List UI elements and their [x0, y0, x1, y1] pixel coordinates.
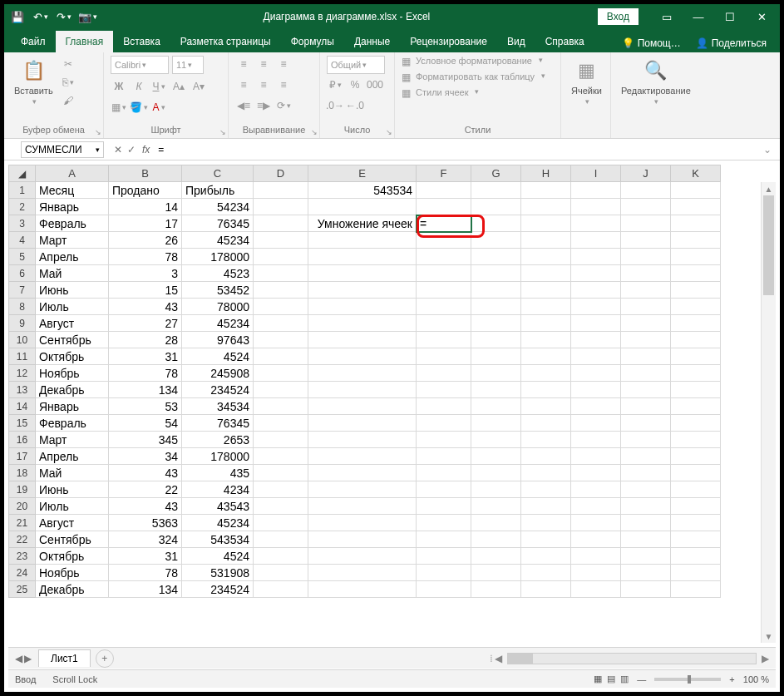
cell-styles-button[interactable]: ▦ Стили ячеек▾ — [402, 87, 479, 99]
tab-home[interactable]: Главная — [56, 31, 114, 52]
sheet-tab-1[interactable]: Лист1 — [38, 649, 91, 667]
cell-J25[interactable] — [621, 581, 671, 598]
cell-F14[interactable] — [417, 398, 471, 415]
cell-E25[interactable] — [308, 581, 417, 598]
cell-F1[interactable] — [417, 182, 471, 199]
cell-E12[interactable] — [308, 365, 417, 382]
cell-I4[interactable] — [571, 232, 621, 249]
cell-E20[interactable] — [308, 498, 417, 515]
cell-H2[interactable] — [521, 199, 571, 215]
cell-B1[interactable]: Продано — [109, 182, 182, 199]
cell-F8[interactable] — [417, 299, 471, 315]
cell-E4[interactable] — [308, 232, 417, 249]
cell-I15[interactable] — [571, 415, 621, 432]
scroll-right-icon[interactable]: ▶ — [762, 653, 769, 664]
cell-H11[interactable] — [521, 348, 571, 365]
cell-D5[interactable] — [254, 249, 308, 265]
cell-H13[interactable] — [521, 382, 571, 398]
cell-D14[interactable] — [254, 398, 308, 415]
cell-H9[interactable] — [521, 315, 571, 332]
cell-I12[interactable] — [571, 365, 621, 382]
cell-H10[interactable] — [521, 332, 571, 348]
page-layout-view-icon[interactable]: ▤ — [607, 674, 615, 684]
cell-H21[interactable] — [521, 515, 571, 531]
new-sheet-icon[interactable]: + — [96, 649, 114, 668]
tab-formulas[interactable]: Формулы — [281, 31, 344, 52]
select-all[interactable]: ◢ — [9, 165, 36, 182]
scroll-left-icon[interactable]: ◀ — [495, 653, 502, 664]
alignment-dialog-launcher-icon[interactable]: ↘ — [311, 128, 318, 136]
cell-H8[interactable] — [521, 299, 571, 315]
cell-F25[interactable] — [417, 581, 471, 598]
row-header-4[interactable]: 4 — [9, 232, 36, 249]
font-dialog-launcher-icon[interactable]: ↘ — [219, 128, 226, 136]
cell-J24[interactable] — [621, 565, 671, 581]
row-header-15[interactable]: 15 — [9, 415, 36, 432]
expand-formula-bar-icon[interactable]: ⌄ — [755, 144, 780, 155]
cell-G25[interactable] — [471, 581, 521, 598]
cell-I17[interactable] — [571, 448, 621, 465]
cell-K8[interactable] — [671, 299, 721, 315]
cell-A14[interactable]: Январь — [36, 398, 109, 415]
cell-C24[interactable]: 531908 — [182, 565, 254, 581]
cell-I25[interactable] — [571, 581, 621, 598]
cell-J7[interactable] — [621, 282, 671, 299]
cell-F2[interactable] — [417, 199, 471, 215]
cell-B7[interactable]: 15 — [109, 282, 182, 299]
cell-G22[interactable] — [471, 531, 521, 548]
cell-E11[interactable] — [308, 348, 417, 365]
cell-J6[interactable] — [621, 265, 671, 282]
col-header-B[interactable]: B — [109, 165, 182, 182]
cell-A24[interactable]: Ноябрь — [36, 565, 109, 581]
accounting-format-icon[interactable]: ₽▾ — [327, 77, 343, 93]
cell-J11[interactable] — [621, 348, 671, 365]
cell-F21[interactable] — [417, 515, 471, 531]
scroll-up-icon[interactable]: ▲ — [765, 182, 773, 195]
conditional-formatting-button[interactable]: ▦ Условное форматирование▾ — [402, 56, 543, 67]
cell-D24[interactable] — [254, 565, 308, 581]
col-header-E[interactable]: E — [308, 165, 417, 182]
row-header-14[interactable]: 14 — [9, 398, 36, 415]
maximize-icon[interactable]: ☐ — [717, 5, 743, 28]
cell-B12[interactable]: 78 — [109, 365, 182, 382]
cell-K5[interactable] — [671, 249, 721, 265]
col-header-I[interactable]: I — [571, 165, 621, 182]
cell-G16[interactable] — [471, 432, 521, 448]
cell-G10[interactable] — [471, 332, 521, 348]
align-center-icon[interactable]: ≡ — [255, 77, 272, 93]
cell-D11[interactable] — [254, 348, 308, 365]
row-header-6[interactable]: 6 — [9, 265, 36, 282]
cell-F12[interactable] — [417, 365, 471, 382]
cell-G18[interactable] — [471, 465, 521, 481]
cell-H16[interactable] — [521, 432, 571, 448]
cell-B8[interactable]: 43 — [109, 299, 182, 315]
cell-A11[interactable]: Октябрь — [36, 348, 109, 365]
cancel-formula-icon[interactable]: ✕ — [114, 144, 122, 155]
cell-K18[interactable] — [671, 465, 721, 481]
cell-J21[interactable] — [621, 515, 671, 531]
cell-G11[interactable] — [471, 348, 521, 365]
cell-D12[interactable] — [254, 365, 308, 382]
cell-B6[interactable]: 3 — [109, 265, 182, 282]
row-header-25[interactable]: 25 — [9, 581, 36, 598]
cell-I2[interactable] — [571, 199, 621, 215]
cell-J16[interactable] — [621, 432, 671, 448]
share-button[interactable]: 👤 Поделиться — [691, 34, 772, 52]
cell-A19[interactable]: Июнь — [36, 481, 109, 498]
cell-C11[interactable]: 4524 — [182, 348, 254, 365]
cell-A3[interactable]: Февраль — [36, 215, 109, 232]
cell-C4[interactable]: 45234 — [182, 232, 254, 249]
cell-D7[interactable] — [254, 282, 308, 299]
cell-G7[interactable] — [471, 282, 521, 299]
cell-D13[interactable] — [254, 382, 308, 398]
cell-E6[interactable] — [308, 265, 417, 282]
cell-C15[interactable]: 76345 — [182, 415, 254, 432]
cell-D21[interactable] — [254, 515, 308, 531]
cell-C2[interactable]: 54234 — [182, 199, 254, 215]
align-top-icon[interactable]: ≡ — [235, 56, 252, 72]
cell-I5[interactable] — [571, 249, 621, 265]
close-icon[interactable]: ✕ — [748, 5, 775, 28]
zoom-slider[interactable] — [654, 678, 721, 681]
cell-I13[interactable] — [571, 382, 621, 398]
decrease-indent-icon[interactable]: ◀≡ — [235, 97, 252, 114]
